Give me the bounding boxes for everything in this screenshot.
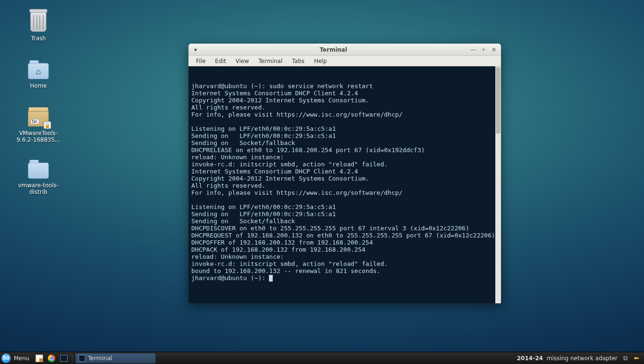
desktop-icon-label: Home xyxy=(30,82,46,89)
desktop-icon-label: VMwareTools-9.6.2-168835... xyxy=(13,130,63,143)
desktop-icon-trash[interactable]: Trash xyxy=(17,10,60,42)
terminal-output[interactable]: jharvard@ubuntu (~): sudo service networ… xyxy=(188,66,501,303)
terminal-window[interactable]: ▾ Terminal — ＋ ✕ File Edit View Terminal… xyxy=(188,44,501,303)
menu-help[interactable]: Help xyxy=(309,57,331,65)
lock-icon: 🔒 xyxy=(44,121,51,129)
terminal-icon xyxy=(60,355,68,362)
desktop-icon-label: vmware-tools-distrib xyxy=(14,182,63,195)
menu-terminal[interactable]: Terminal xyxy=(254,57,287,65)
launcher-terminal[interactable] xyxy=(59,353,69,364)
desktop-icon-vmwaretools-pkg[interactable]: tar.🔒 VMwareTools-9.6.2-168835... xyxy=(13,105,63,143)
launcher-chrome[interactable] xyxy=(46,353,57,364)
window-title: Terminal xyxy=(200,46,467,53)
app-menu-button[interactable]: Menu xyxy=(13,355,33,362)
system-tray: 2014-24 missing network adapter ⧉ ⬅ xyxy=(513,355,644,362)
taskbar: 50 Menu Terminal 2014-24 missing network… xyxy=(0,352,644,364)
back-arrow-icon[interactable]: ⬅ xyxy=(633,355,640,362)
network-status-text: missing network adapter xyxy=(547,355,617,362)
desktop-icon-vmwaretools-dir[interactable]: vmware-tools-distrib xyxy=(14,157,63,195)
dropbox-icon[interactable]: ⧉ xyxy=(621,355,629,362)
desktop[interactable]: Trash ⌂ Home tar.🔒 VMwareTools-9.6.2-168… xyxy=(0,0,644,364)
distro-badge[interactable]: 50 xyxy=(1,354,11,363)
archive-icon: tar.🔒 xyxy=(27,105,50,128)
menu-file[interactable]: File xyxy=(191,57,210,65)
notes-icon xyxy=(36,355,43,362)
menu-view[interactable]: View xyxy=(231,57,253,65)
desktop-icon-label: Trash xyxy=(31,35,46,42)
trash-icon xyxy=(27,10,50,33)
taskbar-separator xyxy=(72,354,72,363)
folder-home-icon: ⌂ xyxy=(27,58,50,81)
folder-icon xyxy=(27,157,50,180)
menu-edit[interactable]: Edit xyxy=(210,57,231,65)
maximize-button[interactable]: ＋ xyxy=(479,46,488,54)
menu-tabs[interactable]: Tabs xyxy=(287,57,310,65)
taskbar-task-terminal[interactable]: Terminal xyxy=(75,353,156,364)
window-titlebar[interactable]: ▾ Terminal — ＋ ✕ xyxy=(188,44,501,56)
scrollbar-vertical[interactable] xyxy=(495,66,501,303)
terminal-icon xyxy=(79,355,85,362)
chrome-icon xyxy=(48,355,55,362)
close-button[interactable]: ✕ xyxy=(490,46,498,54)
launcher-notes[interactable] xyxy=(34,353,45,364)
desktop-icon-home[interactable]: ⌂ Home xyxy=(17,58,60,89)
window-menu-dropdown[interactable]: ▾ xyxy=(191,46,200,53)
taskbar-task-label: Terminal xyxy=(88,355,112,362)
window-menubar: File Edit View Terminal Tabs Help xyxy=(188,56,501,66)
minimize-button[interactable]: — xyxy=(469,46,477,54)
clock[interactable]: 2014-24 xyxy=(517,355,543,362)
scrollbar-thumb[interactable] xyxy=(496,67,501,134)
